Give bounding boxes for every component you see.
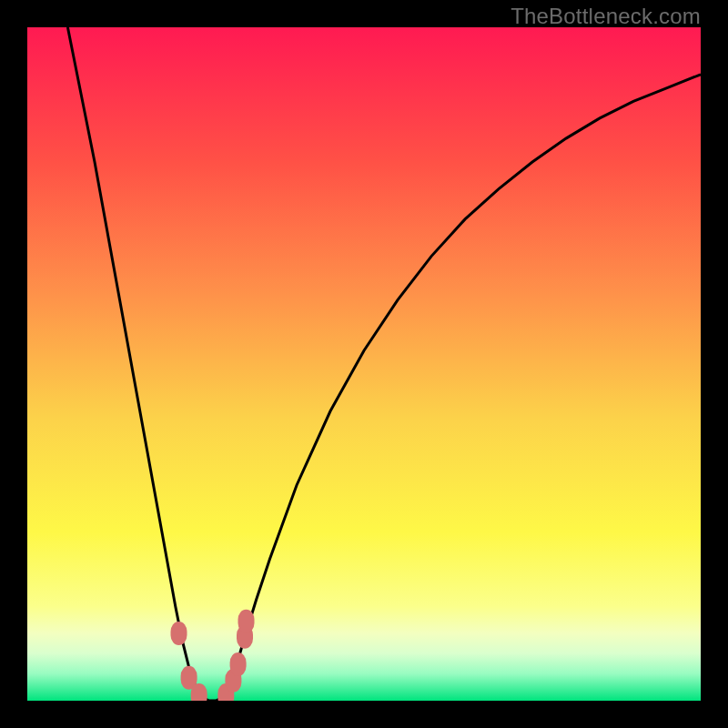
curve-marker — [230, 652, 247, 676]
outer-frame: TheBottleneck.com — [0, 0, 728, 728]
curve-layer — [27, 27, 701, 701]
bottleneck-curve — [67, 27, 701, 701]
curve-marker — [238, 610, 255, 633]
watermark-text: TheBottleneck.com — [511, 4, 701, 29]
curve-marker — [171, 622, 187, 645]
plot-area — [27, 27, 701, 701]
curve-markers — [171, 610, 255, 701]
